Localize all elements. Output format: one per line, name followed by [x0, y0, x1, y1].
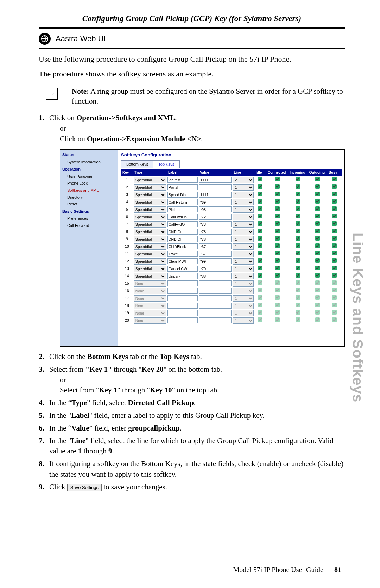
busy-checkbox[interactable] [332, 236, 337, 241]
value-input[interactable] [199, 184, 232, 190]
nav-status[interactable]: Status [60, 151, 118, 159]
type-select[interactable]: Speeddial [134, 236, 166, 242]
connected-checkbox[interactable] [275, 310, 280, 315]
connected-checkbox[interactable] [275, 317, 280, 322]
line-select[interactable]: 1 [233, 295, 254, 302]
label-input[interactable] [167, 273, 198, 279]
label-input[interactable] [167, 214, 198, 220]
nav-sysinfo[interactable]: System Information [60, 159, 118, 166]
incoming-checkbox[interactable] [296, 192, 300, 196]
value-input[interactable] [199, 288, 232, 294]
value-input[interactable] [199, 251, 232, 257]
idle-checkbox[interactable] [258, 229, 262, 233]
incoming-checkbox[interactable] [296, 221, 300, 226]
idle-checkbox[interactable] [258, 280, 262, 285]
incoming-checkbox[interactable] [296, 303, 300, 307]
line-select[interactable]: 1 [233, 273, 254, 279]
idle-checkbox[interactable] [258, 184, 262, 189]
line-select[interactable]: 1 [233, 236, 254, 242]
connected-checkbox[interactable] [275, 206, 280, 211]
idle-checkbox[interactable] [258, 258, 262, 263]
idle-checkbox[interactable] [258, 251, 262, 255]
line-select[interactable]: 1 [233, 310, 254, 316]
incoming-checkbox[interactable] [296, 236, 300, 241]
busy-checkbox[interactable] [332, 243, 337, 248]
busy-checkbox[interactable] [332, 317, 337, 322]
nav-operation[interactable]: Operation [60, 166, 118, 173]
type-select[interactable]: Speeddial [134, 221, 166, 228]
idle-checkbox[interactable] [258, 266, 262, 270]
type-select[interactable]: Speeddial [134, 184, 166, 191]
busy-checkbox[interactable] [332, 280, 337, 285]
type-select[interactable]: None [134, 295, 166, 302]
outgoing-checkbox[interactable] [315, 229, 320, 233]
idle-checkbox[interactable] [258, 317, 262, 322]
busy-checkbox[interactable] [332, 251, 337, 255]
line-select[interactable]: 1 [233, 221, 254, 228]
outgoing-checkbox[interactable] [315, 177, 320, 181]
idle-checkbox[interactable] [258, 221, 262, 226]
label-input[interactable] [167, 206, 198, 212]
outgoing-checkbox[interactable] [315, 273, 320, 278]
incoming-checkbox[interactable] [296, 229, 300, 233]
label-input[interactable] [167, 192, 198, 198]
busy-checkbox[interactable] [332, 288, 337, 292]
connected-checkbox[interactable] [275, 214, 280, 218]
type-select[interactable]: Speeddial [134, 251, 166, 257]
line-select[interactable]: 1 [233, 317, 254, 324]
nav-callfwd[interactable]: Call Forward [60, 222, 118, 229]
value-input[interactable] [199, 199, 232, 205]
outgoing-checkbox[interactable] [315, 317, 320, 322]
value-input[interactable] [199, 280, 232, 286]
idle-checkbox[interactable] [258, 288, 262, 292]
label-input[interactable] [167, 303, 198, 309]
value-input[interactable] [199, 177, 232, 183]
busy-checkbox[interactable] [332, 229, 337, 233]
busy-checkbox[interactable] [332, 199, 337, 204]
type-select[interactable]: Speeddial [134, 199, 166, 205]
incoming-checkbox[interactable] [296, 251, 300, 255]
busy-checkbox[interactable] [332, 192, 337, 196]
incoming-checkbox[interactable] [296, 310, 300, 315]
connected-checkbox[interactable] [275, 266, 280, 270]
idle-checkbox[interactable] [258, 295, 262, 300]
label-input[interactable] [167, 243, 198, 249]
outgoing-checkbox[interactable] [315, 199, 320, 204]
outgoing-checkbox[interactable] [315, 206, 320, 211]
line-select[interactable]: 1 [233, 280, 254, 287]
label-input[interactable] [167, 221, 198, 227]
line-select[interactable]: 1 [233, 192, 254, 198]
connected-checkbox[interactable] [275, 280, 280, 285]
connected-checkbox[interactable] [275, 221, 280, 226]
incoming-checkbox[interactable] [296, 199, 300, 204]
tab-bottom-keys[interactable]: Bottom Keys [121, 160, 153, 168]
nav-userpw[interactable]: User Password [60, 173, 118, 180]
outgoing-checkbox[interactable] [315, 303, 320, 307]
busy-checkbox[interactable] [332, 221, 337, 226]
busy-checkbox[interactable] [332, 206, 337, 211]
idle-checkbox[interactable] [258, 273, 262, 278]
busy-checkbox[interactable] [332, 184, 337, 189]
type-select[interactable]: Speeddial [134, 214, 166, 220]
nav-basic[interactable]: Basic Settings [60, 208, 118, 216]
idle-checkbox[interactable] [258, 303, 262, 307]
value-input[interactable] [199, 295, 232, 301]
incoming-checkbox[interactable] [296, 295, 300, 300]
line-select[interactable]: 1 [233, 251, 254, 257]
incoming-checkbox[interactable] [296, 177, 300, 181]
connected-checkbox[interactable] [275, 303, 280, 307]
nav-reset[interactable]: Reset [60, 201, 118, 208]
busy-checkbox[interactable] [332, 310, 337, 315]
type-select[interactable]: Speeddial [134, 229, 166, 235]
value-input[interactable] [199, 303, 232, 309]
outgoing-checkbox[interactable] [315, 184, 320, 189]
busy-checkbox[interactable] [332, 303, 337, 307]
outgoing-checkbox[interactable] [315, 295, 320, 300]
outgoing-checkbox[interactable] [315, 288, 320, 292]
line-select[interactable]: 1 [233, 303, 254, 309]
idle-checkbox[interactable] [258, 243, 262, 248]
value-input[interactable] [199, 310, 232, 316]
label-input[interactable] [167, 177, 198, 183]
incoming-checkbox[interactable] [296, 280, 300, 285]
connected-checkbox[interactable] [275, 273, 280, 278]
